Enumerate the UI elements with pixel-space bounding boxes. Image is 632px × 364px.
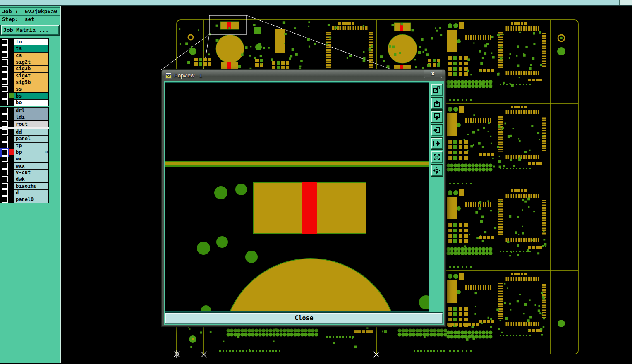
popview-window: Popview - 1 x Close bbox=[161, 69, 446, 327]
layer-row-biaozhu[interactable]: biaozhu bbox=[0, 182, 49, 189]
layer-row-dwk[interactable]: dwk bbox=[0, 176, 49, 182]
layer-row-panel[interactable]: panel bbox=[0, 135, 49, 142]
layer-color-swatch-bp[interactable] bbox=[9, 149, 14, 155]
layer-label-drl[interactable]: drl bbox=[14, 107, 48, 114]
popview-window-icon bbox=[165, 73, 172, 79]
layer-color-swatch-cell bbox=[9, 196, 14, 203]
layer-row-sig2t[interactable]: sig2t bbox=[0, 59, 49, 65]
layer-checkbox-dwk[interactable] bbox=[2, 176, 8, 182]
layer-label-tp[interactable]: tp bbox=[14, 142, 48, 149]
popview-pan-down-button[interactable] bbox=[431, 111, 443, 122]
layer-row-dd[interactable]: dd bbox=[0, 129, 49, 135]
layer-checkbox-sig5b[interactable] bbox=[2, 79, 8, 85]
layer-row-wxx[interactable]: wxx bbox=[0, 162, 49, 169]
layer-label-dwk[interactable]: dwk bbox=[14, 176, 48, 182]
layer-row-drl[interactable]: drl bbox=[0, 107, 49, 114]
layer-row-panel0[interactable]: panel0 bbox=[0, 196, 49, 203]
layer-checkbox-dd[interactable] bbox=[2, 129, 8, 135]
layer-label-d[interactable]: d bbox=[14, 189, 48, 196]
layer-label-dd[interactable]: dd bbox=[14, 129, 48, 135]
layer-row-sig5b[interactable]: sig5b bbox=[0, 79, 49, 86]
layer-label-rout[interactable]: rout bbox=[14, 121, 48, 127]
layer-label-ss[interactable]: ss bbox=[14, 86, 48, 92]
layer-checkbox-ss[interactable] bbox=[2, 86, 8, 92]
layer-checkbox-bs[interactable] bbox=[2, 93, 8, 99]
job-name-field[interactable]: Job : 6v2j0kp6a0 bbox=[0, 7, 60, 15]
layer-checkbox-drl[interactable] bbox=[2, 108, 8, 114]
layer-label-sig5b[interactable]: sig5b bbox=[14, 79, 48, 86]
layer-row-rout[interactable]: rout bbox=[0, 121, 49, 127]
layer-row-sig4t[interactable]: sig4t bbox=[0, 72, 49, 79]
layer-checkbox-rout[interactable] bbox=[2, 121, 8, 127]
layer-label-panel0[interactable]: panel0 bbox=[14, 196, 48, 203]
layer-label-v-cut[interactable]: v-cut bbox=[14, 169, 48, 176]
layer-visibility-cell bbox=[0, 196, 9, 203]
layer-checkbox-sig4t[interactable] bbox=[2, 72, 8, 79]
layer-row-tp[interactable]: tp bbox=[0, 142, 49, 149]
layer-label-ts[interactable]: ts bbox=[14, 45, 48, 52]
layer-checkbox-sig2t[interactable] bbox=[2, 59, 8, 65]
layer-row-ss[interactable]: ss bbox=[0, 86, 49, 92]
layer-checkbox-to[interactable] bbox=[2, 39, 8, 45]
layer-checkbox-panel[interactable] bbox=[2, 136, 8, 142]
popview-pan-right-button[interactable] bbox=[431, 138, 443, 149]
layer-color-swatch-bs[interactable] bbox=[9, 93, 14, 98]
layer-visibility-cell bbox=[0, 129, 9, 135]
layer-checkbox-bo[interactable] bbox=[2, 99, 8, 105]
layer-grid-icon[interactable]: ⊞ bbox=[45, 150, 48, 154]
layer-row-d[interactable]: d bbox=[0, 189, 49, 196]
layer-label-sig2t[interactable]: sig2t bbox=[14, 59, 48, 65]
job-matrix-button[interactable]: Job Matrix ... bbox=[1, 25, 59, 35]
popview-titlebar[interactable]: Popview - 1 x bbox=[162, 70, 445, 81]
layer-row-bs[interactable]: bs bbox=[0, 92, 49, 99]
layer-checkbox-ldi[interactable] bbox=[2, 114, 8, 120]
layer-label-cs[interactable]: cs bbox=[14, 52, 48, 59]
layer-label-ldi[interactable]: ldi bbox=[14, 114, 48, 120]
layer-row-wx[interactable]: wx bbox=[0, 156, 49, 162]
layer-label-bs[interactable]: bs bbox=[14, 93, 48, 99]
popview-expand-view-button[interactable] bbox=[431, 165, 443, 176]
layer-row-bo[interactable]: bo bbox=[0, 99, 49, 106]
popview-close-x-button[interactable]: x bbox=[424, 70, 442, 78]
layer-checkbox-wx[interactable] bbox=[2, 156, 8, 162]
layer-color-swatch-cell bbox=[9, 142, 14, 149]
popview-pan-up-button[interactable] bbox=[431, 98, 443, 109]
layer-checkbox-tp[interactable] bbox=[2, 142, 8, 148]
layer-checkbox-ts[interactable] bbox=[2, 46, 8, 52]
layer-row-bp[interactable]: bp⊞ bbox=[0, 149, 49, 156]
popview-canvas[interactable] bbox=[165, 82, 429, 312]
layer-label-bp[interactable]: bp⊞ bbox=[14, 149, 48, 156]
layer-visibility-cell bbox=[0, 86, 9, 92]
layer-label-bo[interactable]: bo bbox=[14, 99, 48, 106]
layer-label-to[interactable]: to bbox=[14, 38, 48, 45]
popview-zoom-to-center-button[interactable] bbox=[431, 151, 443, 163]
layer-checkbox-sig3b[interactable] bbox=[2, 66, 8, 72]
layer-checkbox-biaozhu[interactable] bbox=[2, 183, 8, 189]
layer-row-to[interactable]: to bbox=[0, 38, 49, 45]
layer-row-cs[interactable]: cs bbox=[0, 52, 49, 59]
layer-checkbox-wxx[interactable] bbox=[2, 163, 8, 169]
layer-row-v-cut[interactable]: v-cut bbox=[0, 169, 49, 176]
popview-toolbar bbox=[431, 82, 443, 311]
layer-label-wx[interactable]: wx bbox=[14, 156, 48, 162]
layer-checkbox-panel0[interactable] bbox=[2, 196, 8, 203]
layer-checkbox-v-cut[interactable] bbox=[2, 169, 8, 175]
layer-checkbox-bp[interactable] bbox=[2, 149, 8, 156]
popview-pan-left-button[interactable] bbox=[431, 125, 443, 136]
popview-clone-view-button[interactable] bbox=[431, 84, 443, 96]
layer-label-sig4t[interactable]: sig4t bbox=[14, 72, 48, 79]
layer-visibility-cell bbox=[0, 156, 9, 162]
popview-close-button[interactable]: Close bbox=[165, 313, 443, 324]
layer-color-swatch-cell bbox=[9, 169, 14, 176]
layer-color-swatch-cell bbox=[9, 162, 14, 169]
layer-label-panel[interactable]: panel bbox=[14, 135, 48, 142]
layer-label-sig3b[interactable]: sig3b bbox=[14, 65, 48, 72]
layer-row-ldi[interactable]: ldi bbox=[0, 114, 49, 120]
layer-row-ts[interactable]: ts bbox=[0, 45, 49, 52]
layer-label-wxx[interactable]: wxx bbox=[14, 163, 48, 169]
layer-label-biaozhu[interactable]: biaozhu bbox=[14, 183, 48, 189]
layer-row-sig3b[interactable]: sig3b bbox=[0, 65, 49, 72]
layer-checkbox-d[interactable] bbox=[2, 189, 8, 196]
layer-checkbox-cs[interactable] bbox=[2, 52, 8, 58]
job-step-field[interactable]: Step: set bbox=[0, 15, 60, 23]
